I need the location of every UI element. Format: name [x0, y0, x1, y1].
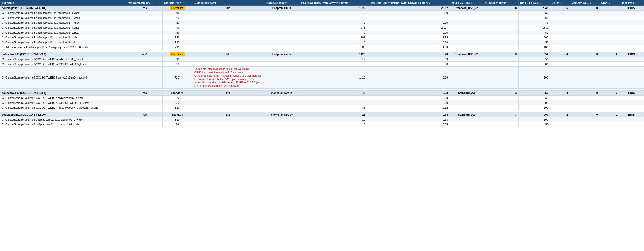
sort-icon-num_disks: ▼ [507, 2, 510, 4]
disk-prefix [192, 57, 264, 62]
disk-nics [600, 40, 619, 45]
disk-nics [600, 62, 619, 67]
sort-icon-compat: ▼ [151, 2, 153, 4]
sort-icon-iops: ▼ [349, 2, 351, 4]
disk-name: C:-ClusterStorage-Volume4-co1magicsql1-c… [0, 11, 126, 15]
disk-churn: 1.93 [367, 35, 450, 40]
disk-azure-size [450, 35, 483, 40]
disk-size: 51 [519, 30, 550, 35]
vm-cell-compat: Yes* [126, 52, 162, 57]
vm-row-vm3: co1ecitweb07 (CO1-CU-SV-EB004)YesStandar… [0, 91, 644, 96]
disk-churn: 0.09 [367, 57, 450, 62]
disk-boot [619, 105, 644, 110]
disk-num-disks [483, 62, 519, 67]
disk-account [264, 30, 299, 35]
disk-boot [619, 96, 644, 100]
disk-size: 360 [519, 15, 550, 20]
col-header-storage_type[interactable]: Storage Type ▼ [162, 0, 192, 6]
disk-azure-size [450, 122, 483, 127]
col-header-nics[interactable]: NICs ▼ [600, 0, 619, 6]
disk-row-vm1-4: C:-ClusterStorage-Volume4-co1magicsql1-c… [0, 30, 644, 35]
vm-cell-vmname: co1piappsm02 (CO1-CU-SV-EB004) [0, 112, 126, 117]
disk-name: C:-ClusterStorage-Volume4-co1magicsql1-c… [0, 40, 126, 45]
col-header-boot[interactable]: Boot Type ▼ [619, 0, 644, 6]
disk-compat [126, 15, 162, 20]
disk-compat [126, 96, 162, 100]
vm-cell-nics: 2 [600, 52, 619, 57]
disk-cores [550, 15, 570, 20]
disk-memory [570, 40, 600, 45]
disk-nics [600, 35, 619, 40]
disk-num-disks [483, 117, 519, 122]
disk-prefix [192, 122, 264, 127]
disk-azure-size [450, 57, 483, 62]
disk-boot [619, 117, 644, 122]
vm-cell-disk_size: 652 [519, 52, 550, 57]
disk-azure-size [450, 105, 483, 110]
vm-cell-storage_type: Premium [162, 52, 192, 57]
col-header-compat[interactable]: VM Compatibility ▼ [126, 0, 162, 6]
sort-icon-nics: ▼ [608, 2, 611, 4]
disk-boot [619, 122, 644, 127]
col-header-disk_size[interactable]: Disk Size (GB) ▼ [519, 0, 550, 6]
vm-cell-memory: 0 [570, 52, 600, 57]
disk-compat [126, 67, 162, 89]
col-header-account[interactable]: Storage Account ▼ [264, 0, 299, 6]
disk-azure-size [450, 25, 483, 30]
disk-num-disks [483, 40, 519, 45]
disk-num-disks [483, 25, 519, 30]
disk-num-disks [483, 15, 519, 20]
vm-cell-compat: Yes [126, 6, 162, 11]
disk-row-vm1-0: C:-ClusterStorage-Volume4-co1magicsql1-c… [0, 11, 644, 15]
vm-cell-prefix: hlr [192, 6, 264, 11]
col-header-churn[interactable]: Peak Data Churn (MBps) (with Growth Fact… [367, 0, 450, 6]
vm-cell-churn: 0.34 [367, 112, 450, 117]
vm-cell-storage_type: Premium [162, 6, 192, 11]
disk-boot [619, 100, 644, 105]
vm-cell-account: xtc<<standard1> [264, 91, 299, 96]
col-header-memory[interactable]: Memory (MB) ▼ [570, 0, 600, 6]
vm-cell-prefix: xtc [192, 112, 264, 117]
disk-iops: 86 [299, 45, 367, 50]
vm-cell-azure_size: Standard_A2 [450, 112, 483, 117]
vm-cell-boot: BIOS [619, 91, 644, 96]
vm-row-vm1: co1magicsql1 (CO1-CU-SV-EE001)YesPremium… [0, 6, 644, 11]
disk-row-vm2-0: C:-ClusterStorage-Volume3-CO1ECITWEB05-c… [0, 57, 644, 62]
disk-storage-type: S20 [162, 100, 192, 105]
col-header-vmname[interactable]: VM Name ▼ [0, 0, 126, 6]
disk-churn: 0.00 [367, 100, 450, 105]
disk-size: 100 [519, 67, 550, 89]
disk-name: C:-ClusterStorage-Volume3-CO1ECITWEB05-C… [0, 62, 126, 67]
disk-num-disks [483, 105, 519, 110]
disk-row-vm4-0: C:-ClusterStorage-Volume2-co1piappsm02-c… [0, 117, 644, 122]
disk-prefix [192, 15, 264, 20]
col-header-iops[interactable]: Peak R/W IOPS (with Growth Factor) ▼ [299, 0, 367, 6]
disk-iops: 0 [299, 20, 367, 25]
vm-cell-boot: BIOS [619, 112, 644, 117]
disk-cores [550, 57, 570, 62]
disk-name: C:-ClusterStorage-Volume2-co1piappsm02-c… [0, 122, 126, 127]
disk-boot [619, 40, 644, 45]
disk-memory [570, 20, 600, 25]
vm-cell-compat: Yes [126, 91, 162, 96]
vm-cell-account: hlr<premium1> [264, 6, 299, 11]
col-header-cores[interactable]: Cores ▼ [550, 0, 570, 6]
disk-iops: 273 [299, 25, 367, 30]
disk-azure-size [450, 96, 483, 100]
spacer-cell [0, 50, 644, 52]
disk-iops [299, 15, 367, 20]
vm-cell-account: xtc<<standard1> [264, 112, 299, 117]
vm-data-table: VM Name ▼VM Compatibility ▼Storage Type … [0, 0, 644, 129]
sort-icon-prefix: ▼ [217, 2, 219, 4]
col-header-num_disks[interactable]: Number of Disks ▼ [483, 0, 519, 6]
col-header-azure_size[interactable]: Azure VM Size ▼ [450, 0, 483, 6]
disk-iops: 1789 [299, 35, 367, 40]
vm-cell-num_disks: 3 [483, 91, 519, 96]
disk-storage-type: P20 [162, 15, 192, 20]
disk-prefix [192, 96, 264, 100]
disk-nics [600, 96, 619, 100]
vm-cell-prefix: hlr [192, 52, 264, 57]
col-header-prefix[interactable]: Suggested Prefix ▼ [192, 0, 264, 6]
disk-churn: 0.00 [367, 20, 450, 25]
vm-cell-boot: BIOS [619, 6, 644, 11]
